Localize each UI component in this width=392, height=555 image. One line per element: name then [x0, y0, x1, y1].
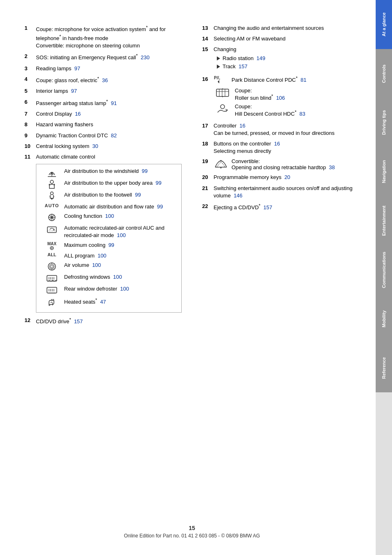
list-item: 21 Switching entertainment audio sources… — [202, 185, 359, 199]
sidebar-tab-driving[interactable]: Driving tips — [376, 98, 392, 147]
item-text: Coupe: glass roof, electric* 36 — [36, 76, 182, 85]
svg-marker-49 — [220, 167, 222, 169]
convertible-top-icon — [214, 158, 228, 170]
sub-item-text: Coupe: Roller sun blind* 106 — [235, 87, 285, 101]
item-text: Hazard warning flashers — [36, 121, 182, 128]
item-number: 3 — [24, 65, 36, 72]
item-number: 19 — [202, 158, 214, 164]
page-link[interactable]: 99 — [135, 192, 140, 198]
item-number: 4 — [24, 76, 36, 85]
svg-rect-16 — [47, 227, 56, 233]
sidebar-tab-communications[interactable]: Communications — [376, 245, 392, 294]
page-link[interactable]: 99 — [156, 180, 161, 186]
sidebar-tab-label: Controls — [381, 64, 386, 83]
list-item-19: 19 Convertible: Opening and closing retr… — [202, 158, 359, 170]
page-footer: 15 Online Edition for Part no. 01 41 2 6… — [24, 525, 359, 539]
climate-item: Cooling function 100 — [39, 213, 179, 222]
climate-item-text: Automatic air distribution and flow rate… — [64, 203, 163, 210]
climate-item-text: Automatic recirculated-air control AUC a… — [64, 224, 179, 239]
item-number: 11 — [24, 153, 36, 161]
page-link[interactable]: 100 — [117, 232, 126, 238]
cooling-icon — [43, 213, 61, 222]
svg-marker-7 — [51, 198, 53, 200]
sidebar-tab-reference[interactable]: Reference — [376, 343, 392, 392]
page-link[interactable]: 106 — [276, 95, 285, 101]
page-link[interactable]: 157 — [74, 318, 83, 324]
page-link[interactable]: 100 — [113, 274, 122, 280]
page-link[interactable]: 146 — [234, 192, 243, 199]
item-text: Switching entertainment audio sources on… — [214, 185, 359, 199]
page-link[interactable]: 30 — [92, 143, 98, 149]
page-link[interactable]: 36 — [102, 77, 108, 83]
sidebar-tab-navigation[interactable]: Navigation — [376, 147, 392, 196]
page-link[interactable]: 100 — [92, 262, 101, 268]
sidebar-tab-mobility[interactable]: Mobility — [376, 294, 392, 343]
sidebar-tab-label: At a glance — [381, 13, 386, 37]
page-link[interactable]: 100 — [98, 253, 107, 259]
climate-item-text: Air distribution to the upper body area … — [64, 179, 162, 187]
svg-marker-44 — [222, 96, 223, 97]
page-link[interactable]: 157 — [238, 63, 247, 69]
item-number: 9 — [24, 132, 36, 139]
item-number: 20 — [202, 174, 214, 181]
right-column: 13 Changing the audio and entertainment … — [198, 25, 359, 517]
climate-item-text: Maximum cooling 99 — [64, 242, 114, 249]
climate-item-text: Rear window defroster 100 — [64, 285, 129, 293]
item-number: 5 — [24, 87, 36, 95]
page-link[interactable]: 16 — [274, 141, 280, 147]
climate-item: Air distribution to the upper body area … — [39, 179, 179, 189]
page-link[interactable]: 99 — [157, 204, 163, 210]
sub-item-text: Radio station 149 — [223, 55, 265, 62]
page-link[interactable]: 38 — [329, 164, 335, 170]
climate-item-text: Cooling function 100 — [64, 213, 114, 220]
heated-seats-icon — [43, 297, 61, 307]
list-item: 13 Changing the audio and entertainment … — [202, 25, 359, 32]
climate-item: Automatic recirculated-air control AUC a… — [39, 224, 179, 239]
page-link[interactable]: 20 — [284, 174, 290, 180]
page-link[interactable]: 16 — [75, 111, 80, 117]
triangle-icon — [217, 65, 220, 69]
item-number: 21 — [202, 185, 214, 199]
max-cooling-icon: MAX — [43, 242, 61, 250]
svg-marker-5 — [49, 184, 50, 185]
rear-defroster-icon — [43, 285, 61, 295]
page-link[interactable]: 91 — [111, 100, 117, 106]
list-item: 5 Interior lamps 97 — [24, 87, 182, 95]
page-link[interactable]: 100 — [120, 286, 129, 292]
left-column: 1 Coupe: microphone for voice activation… — [24, 25, 186, 517]
page-link[interactable]: 99 — [142, 168, 147, 174]
air-windshield-icon — [43, 168, 61, 177]
sidebar-tab-at-glance[interactable]: At a glance — [376, 0, 392, 49]
climate-item: Rear window defroster 100 — [39, 285, 179, 295]
page-link[interactable]: 97 — [74, 65, 80, 72]
sidebar-tab-controls[interactable]: Controls — [376, 49, 392, 98]
item-text: Central locking system 30 — [36, 143, 182, 150]
page-link[interactable]: 149 — [256, 55, 265, 61]
climate-item: Defrosting windows 100 — [39, 273, 179, 283]
climate-item-text: Heated seats* 47 — [64, 297, 106, 306]
climate-item-text: Air volume 100 — [64, 262, 101, 269]
page-link[interactable]: 83 — [299, 111, 305, 117]
page-link[interactable]: 100 — [105, 213, 114, 219]
page-link[interactable]: 81 — [301, 77, 306, 83]
page-link[interactable]: 99 — [108, 242, 114, 248]
page-link[interactable]: 157 — [263, 204, 272, 210]
sidebar-tab-entertainment[interactable]: Entertainment — [376, 196, 392, 245]
list-item: 22 Ejecting a CD/DVD* 157 — [202, 203, 359, 212]
item-text: Changing the audio and entertainment sou… — [214, 25, 359, 32]
page-link[interactable]: 82 — [111, 132, 117, 139]
item-number: 22 — [202, 203, 214, 212]
item-text: Dynamic Traction Control DTC 82 — [36, 132, 182, 139]
triangle-icon — [217, 56, 220, 60]
page-link[interactable]: 97 — [71, 88, 77, 94]
item-number: 7 — [24, 110, 36, 118]
page-link[interactable]: 16 — [240, 123, 245, 129]
page-link[interactable]: 230 — [140, 55, 149, 61]
climate-item: ALL ALL program 100 — [39, 252, 179, 260]
air-volume-icon — [43, 262, 61, 271]
item-number: 2 — [24, 53, 36, 62]
svg-marker-38 — [218, 80, 219, 83]
item-number: 15 — [202, 46, 214, 70]
page-link[interactable]: 47 — [100, 299, 106, 305]
item-text: Park Distance Control PDC* 81 — [232, 76, 306, 83]
